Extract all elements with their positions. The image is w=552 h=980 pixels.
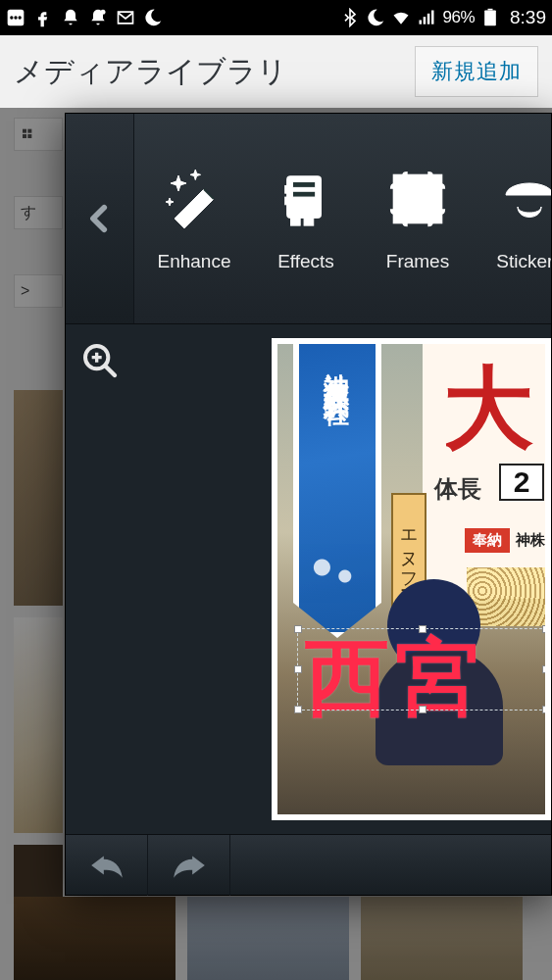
svg-rect-9: [484, 11, 496, 26]
moon-icon: [366, 8, 385, 27]
tool-label: Enhance: [157, 251, 230, 272]
tool-label: Frames: [386, 251, 449, 272]
svg-rect-18: [285, 185, 290, 193]
bell-alert-icon: [88, 8, 108, 27]
ribbon-label: 奉納: [465, 528, 510, 553]
tool-frames[interactable]: Frames: [364, 165, 472, 272]
tool-stickers[interactable]: Stickers: [476, 165, 551, 272]
length-label: 体長: [434, 473, 481, 505]
banner-text: 神港魚類株式会社: [321, 352, 355, 383]
redo-button[interactable]: [148, 835, 230, 896]
battery-percentage: 96%: [442, 8, 475, 27]
svg-rect-17: [292, 191, 315, 197]
resize-handle[interactable]: [419, 706, 427, 713]
svg-rect-7: [427, 14, 430, 24]
tool-label: Effects: [277, 251, 334, 272]
svg-rect-20: [291, 218, 301, 225]
resize-handle[interactable]: [294, 625, 302, 633]
bluetooth-icon: [340, 8, 360, 27]
status-clock: 8:39: [510, 7, 546, 28]
battery-icon: [480, 8, 500, 27]
wifi-icon: [391, 8, 411, 27]
android-status-bar: 96% 8:39: [0, 0, 552, 35]
signal-icon: [417, 8, 436, 27]
bell-icon: [61, 8, 80, 27]
tool-label: Stickers: [496, 251, 551, 272]
frames-icon: [383, 165, 452, 233]
svg-rect-10: [488, 9, 493, 11]
selection-marquee[interactable]: [297, 628, 545, 710]
svg-point-2: [14, 16, 17, 19]
page-header: メディアライブラリ 新規追加: [0, 35, 552, 108]
length-value: 2: [499, 464, 544, 501]
resize-handle[interactable]: [419, 625, 427, 633]
svg-point-3: [19, 16, 22, 19]
svg-rect-23: [405, 186, 430, 212]
undo-button[interactable]: [66, 835, 148, 896]
effects-icon: [272, 165, 340, 233]
add-new-button[interactable]: 新規追加: [415, 46, 538, 97]
photo-banner: 神港魚類株式会社: [293, 344, 381, 638]
gmail-icon: [116, 8, 135, 27]
svg-rect-21: [304, 218, 314, 225]
facebook-icon: [33, 8, 53, 27]
image-canvas[interactable]: 神港魚類株式会社 大 体長 2 奉納 神株 エヌフーズ㈱ 西宮: [272, 338, 551, 820]
photo-editor-modal: Enhance Effects Frames Stickers: [65, 113, 552, 896]
tool-effects[interactable]: Effects: [252, 165, 360, 272]
svg-rect-16: [292, 182, 315, 188]
svg-rect-6: [424, 17, 427, 24]
svg-rect-5: [420, 21, 423, 24]
photo-board: 大 体長 2 奉納 神株: [423, 344, 545, 599]
ribbon-text: 神株: [516, 531, 545, 550]
svg-rect-8: [431, 11, 434, 24]
editor-toolbar: Enhance Effects Frames Stickers: [66, 114, 551, 324]
board-big-kanji: 大: [443, 348, 533, 469]
stickers-icon: [495, 165, 551, 233]
svg-point-4: [101, 10, 106, 15]
resize-handle[interactable]: [542, 706, 545, 713]
resize-handle[interactable]: [542, 625, 545, 633]
editor-canvas-area: 神港魚類株式会社 大 体長 2 奉納 神株 エヌフーズ㈱ 西宮: [66, 324, 551, 834]
edited-photo: 神港魚類株式会社 大 体長 2 奉納 神株 エヌフーズ㈱ 西宮: [277, 344, 545, 814]
tool-enhance[interactable]: Enhance: [140, 165, 248, 272]
svg-point-1: [10, 16, 13, 19]
enhance-icon: [160, 165, 228, 233]
editor-footer: [66, 834, 551, 895]
dnd-moon-icon: [143, 8, 163, 27]
back-button[interactable]: [66, 114, 134, 323]
zoom-in-button[interactable]: [75, 336, 125, 385]
resize-handle[interactable]: [294, 665, 302, 673]
page-title: メディアライブラリ: [14, 52, 287, 92]
more-icon: [6, 8, 25, 27]
resize-handle[interactable]: [542, 665, 545, 673]
svg-rect-19: [285, 197, 290, 205]
resize-handle[interactable]: [294, 706, 302, 713]
